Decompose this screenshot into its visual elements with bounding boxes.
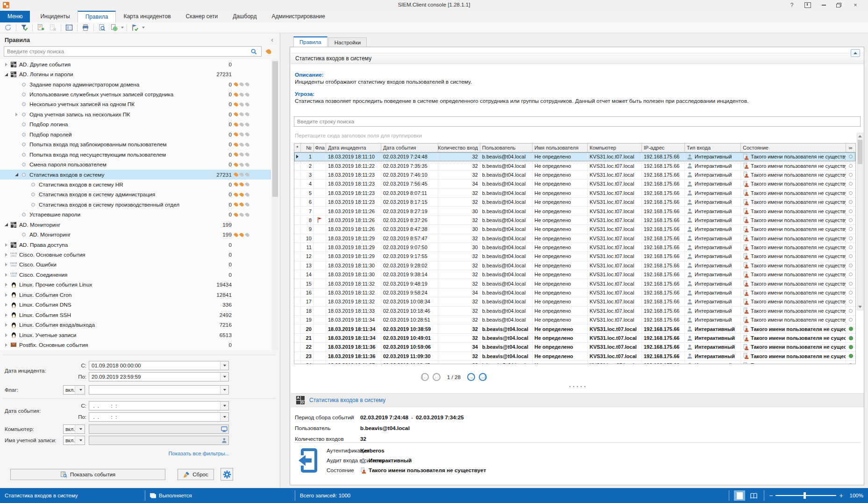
- cell-flag[interactable]: [314, 189, 326, 197]
- pin-panel-button[interactable]: [803, 1, 813, 9]
- collapse-icon[interactable]: [3, 223, 9, 226]
- last-page-button[interactable]: →: [479, 373, 487, 381]
- table-row[interactable]: 1918.03.2019 18:11:3402.03.2019 10:28:51…: [294, 316, 855, 324]
- flame-icon[interactable]: [239, 112, 244, 117]
- flame-icon[interactable]: [239, 162, 244, 167]
- expand-icon[interactable]: [3, 293, 9, 297]
- flag-check-icon[interactable]: [129, 23, 141, 32]
- table-row[interactable]: 2418.03.2019 18:11:3702.03.2019 11:19:47…: [294, 361, 855, 364]
- close-button[interactable]: ×: [850, 1, 861, 9]
- delete-rule-icon[interactable]: [47, 23, 58, 32]
- tree-item-14[interactable]: Статистика входов в систему производстве…: [0, 200, 271, 209]
- flame-icon[interactable]: [245, 82, 250, 87]
- table-row[interactable]: 1118.03.2019 18:11:2902.03.2019 9:07:503…: [294, 243, 855, 252]
- add-rule-icon[interactable]: [35, 23, 46, 32]
- cell-flag[interactable]: [314, 252, 326, 260]
- cell-flag[interactable]: [314, 288, 326, 297]
- table-row[interactable]: 618.03.2019 18:11:2302.03.2019 8:17:1532…: [294, 198, 855, 207]
- cell-flag[interactable]: [314, 361, 326, 364]
- event-date-to-input[interactable]: [89, 414, 220, 420]
- tree-item-3[interactable]: Использование служебных учетных записей …: [0, 89, 271, 99]
- flame-icon[interactable]: [234, 102, 239, 107]
- reset-button[interactable]: Сброс: [178, 469, 214, 480]
- zoom-out-button[interactable]: −: [769, 492, 773, 499]
- flame-icon[interactable]: [234, 112, 239, 117]
- cell-flag[interactable]: [314, 334, 326, 342]
- tree-item-27[interactable]: Linux. Учетные записи6513: [0, 330, 271, 340]
- flame-icon[interactable]: [239, 232, 244, 237]
- account-mode-select[interactable]: вкл.: [63, 436, 85, 445]
- cell-flag[interactable]: [314, 352, 326, 360]
- incident-date-from-input[interactable]: [89, 363, 220, 368]
- cell-flag[interactable]: [314, 343, 326, 351]
- table-row[interactable]: 1618.03.2019 18:11:3202.03.2019 9:58:243…: [294, 288, 855, 297]
- computer-mode-select[interactable]: вкл.: [63, 424, 85, 434]
- table-row[interactable]: 1218.03.2019 18:11:2902.03.2019 9:17:553…: [294, 252, 855, 261]
- cell-flag[interactable]: [314, 316, 326, 324]
- show-events-button[interactable]: Показать события: [10, 469, 165, 480]
- flame-icon[interactable]: [245, 162, 250, 167]
- table-scrollbar[interactable]: [857, 133, 863, 310]
- incident-date-to-input[interactable]: [89, 374, 220, 380]
- tree-item-18[interactable]: ADAD. Права доступа0: [0, 240, 271, 250]
- zoom-in-button[interactable]: +: [839, 492, 843, 499]
- restore-button[interactable]: [833, 1, 844, 9]
- column-header-3[interactable]: Дата инцидента: [326, 144, 381, 152]
- help-button[interactable]: ?: [787, 1, 797, 9]
- flame-icon[interactable]: [239, 202, 244, 207]
- print-preview-icon[interactable]: [96, 23, 107, 32]
- user-icon[interactable]: [220, 438, 228, 443]
- cell-flag[interactable]: [314, 279, 326, 287]
- flame-icon[interactable]: [234, 192, 239, 197]
- expand-icon[interactable]: [3, 273, 9, 277]
- table-row[interactable]: 518.03.2019 18:11:2302.03.2019 8:07:1132…: [294, 189, 855, 198]
- card-view-button[interactable]: [734, 490, 745, 501]
- flame-icon[interactable]: [245, 212, 250, 217]
- cell-flag[interactable]: [314, 261, 326, 270]
- flame-icon[interactable]: [234, 162, 239, 167]
- nav-tab-6[interactable]: Администрирование: [264, 11, 333, 22]
- expand-icon[interactable]: [3, 63, 9, 66]
- table-row[interactable]: 2018.03.2019 18:11:3402.03.2019 10:38:59…: [294, 324, 855, 333]
- expand-icon[interactable]: [3, 343, 9, 347]
- table-row[interactable]: 818.03.2019 18:11:2602.03.2019 8:37:2632…: [294, 216, 855, 225]
- cell-flag[interactable]: [314, 234, 326, 243]
- zoom-slider-thumb[interactable]: [804, 492, 806, 499]
- flame-icon[interactable]: [245, 92, 250, 97]
- column-header-12[interactable]: ∞: [846, 144, 855, 152]
- flame-icon[interactable]: [239, 182, 244, 187]
- expand-icon[interactable]: [3, 333, 9, 337]
- table-scrollbar-thumb[interactable]: [858, 140, 862, 164]
- show-all-filters-link[interactable]: Показать все фильтры...: [168, 451, 229, 456]
- calendar-dropdown-icon[interactable]: [220, 413, 228, 421]
- cell-flag[interactable]: [314, 243, 326, 252]
- scroll-down-icon[interactable]: [857, 304, 863, 310]
- table-row[interactable]: 1718.03.2019 18:11:3202.03.2019 10:08:34…: [294, 297, 855, 306]
- tree-item-26[interactable]: Linux. События входа/выхода7216: [0, 320, 271, 330]
- cell-flag[interactable]: [314, 152, 326, 161]
- cell-flag[interactable]: [314, 171, 326, 179]
- tree-item-1[interactable]: ADAD. Логины и пароли27231: [0, 69, 271, 79]
- tree-item-5[interactable]: Одна учетная запись на нескольких ПК0: [0, 109, 271, 119]
- scroll-up-icon[interactable]: [857, 133, 863, 139]
- account-filter-input[interactable]: [89, 438, 220, 443]
- flame-icon[interactable]: [234, 82, 239, 87]
- table-row[interactable]: 1518.03.2019 18:11:3202.03.2019 9:48:193…: [294, 279, 855, 288]
- column-header-9[interactable]: IP-адрес: [642, 144, 685, 152]
- table-row[interactable]: 1318.03.2019 18:11:3002.03.2019 9:28:023…: [294, 261, 855, 270]
- table-row[interactable]: 918.03.2019 18:11:2602.03.2019 8:47:3830…: [294, 225, 855, 234]
- tree-item-12[interactable]: Статистика входов в систему HR0: [0, 180, 271, 189]
- flame-icon[interactable]: [234, 122, 239, 127]
- panel-view-icon[interactable]: [64, 23, 75, 32]
- table-row[interactable]: 318.03.2019 18:11:2302.03.2019 7:46:1032…: [294, 171, 855, 180]
- tree-item-4[interactable]: Несколько учетных записей на одном ПК0: [0, 100, 271, 109]
- flame-icon[interactable]: [239, 132, 244, 137]
- expand-icon[interactable]: [3, 263, 9, 266]
- flame-icon[interactable]: [239, 192, 244, 197]
- tree-item-22[interactable]: Linux. Прочие события Linux19434: [0, 280, 271, 290]
- flame-icon[interactable]: [234, 202, 239, 207]
- flame-icon[interactable]: [239, 82, 244, 87]
- tree-item-0[interactable]: ADAD. Другие события0: [0, 59, 271, 69]
- table-row[interactable]: 2118.03.2019 18:11:3402.03.2019 10:49:01…: [294, 334, 855, 343]
- zoom-slider[interactable]: [776, 492, 836, 499]
